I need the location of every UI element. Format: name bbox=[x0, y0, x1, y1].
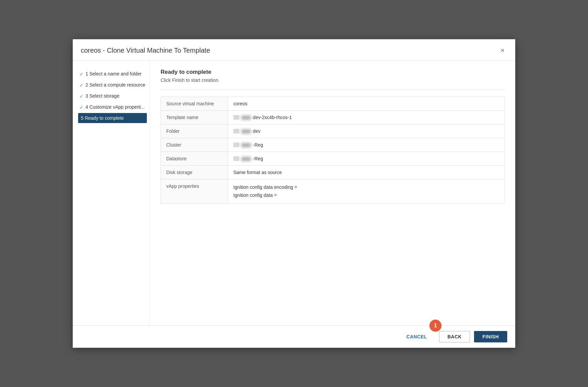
check-icon: ✓ bbox=[79, 82, 83, 88]
close-button[interactable]: × bbox=[498, 45, 507, 56]
row-label: Folder bbox=[161, 124, 228, 138]
check-icon: ✓ bbox=[79, 71, 83, 77]
row-value: ████-Reg bbox=[228, 138, 505, 152]
table-row: Source virtual machinecoreos bbox=[161, 97, 505, 111]
row-label: Cluster bbox=[161, 138, 228, 152]
table-row: Datastore████-Reg bbox=[161, 152, 505, 166]
notification-badge: 1 bbox=[429, 320, 442, 332]
cancel-button[interactable]: CANCEL bbox=[398, 331, 435, 342]
table-row: Folder████dev bbox=[161, 124, 505, 138]
row-label: Source virtual machine bbox=[161, 97, 228, 111]
dialog-title: coreos - Clone Virtual Machine To Templa… bbox=[81, 47, 210, 54]
row-value: Ignition config data encoding =Ignition … bbox=[228, 179, 505, 204]
step-label: 5 Ready to complete bbox=[81, 115, 124, 121]
dialog-body: ✓1 Select a name and folder✓2 Select a c… bbox=[73, 61, 515, 325]
step-4[interactable]: ✓4 Customize vApp properti... bbox=[78, 102, 150, 112]
dialog-footer: 1 CANCEL BACK FINISH bbox=[73, 325, 515, 348]
dialog: coreos - Clone Virtual Machine To Templa… bbox=[73, 39, 515, 348]
row-value: ████-Reg bbox=[228, 152, 505, 166]
step-1[interactable]: ✓1 Select a name and folder bbox=[78, 69, 150, 79]
step-label: 4 Customize vApp properti... bbox=[85, 104, 145, 110]
cluster-icon bbox=[233, 156, 239, 161]
summary-table: Source virtual machinecoreosTemplate nam… bbox=[161, 97, 505, 204]
row-value: ████dev-2xc4b-rhcos-1 bbox=[228, 111, 505, 124]
row-value: coreos bbox=[228, 97, 505, 111]
content-area: Ready to complete Click Finish to start … bbox=[150, 61, 515, 325]
back-button[interactable]: BACK bbox=[439, 331, 470, 342]
finish-button[interactable]: FINISH bbox=[474, 331, 507, 342]
check-icon: ✓ bbox=[79, 94, 83, 99]
section-title: Ready to complete bbox=[161, 69, 505, 75]
folder-icon bbox=[233, 129, 239, 133]
row-value: Same format as source bbox=[228, 166, 505, 179]
folder-icon bbox=[233, 115, 239, 120]
row-label: Template name bbox=[161, 111, 228, 124]
step-3[interactable]: ✓3 Select storage bbox=[78, 91, 150, 101]
step-5: 5 Ready to complete bbox=[78, 113, 147, 123]
row-label: Datastore bbox=[161, 152, 228, 166]
row-label: vApp properties bbox=[161, 179, 228, 204]
cluster-icon bbox=[233, 143, 239, 147]
step-label: 2 Select a compute resource bbox=[85, 82, 145, 88]
step-2[interactable]: ✓2 Select a compute resource bbox=[78, 80, 150, 90]
step-label: 3 Select storage bbox=[85, 93, 119, 99]
section-subtitle: Click Finish to start creation. bbox=[161, 77, 505, 83]
step-label: 1 Select a name and folder bbox=[85, 71, 141, 76]
dialog-header: coreos - Clone Virtual Machine To Templa… bbox=[73, 39, 515, 61]
check-icon: ✓ bbox=[79, 105, 83, 110]
row-label: Disk storage bbox=[161, 166, 228, 179]
table-row: vApp propertiesIgnition config data enco… bbox=[161, 179, 505, 204]
table-row: Template name████dev-2xc4b-rhcos-1 bbox=[161, 111, 505, 124]
sidebar: ✓1 Select a name and folder✓2 Select a c… bbox=[73, 61, 150, 325]
content-divider bbox=[161, 90, 505, 90]
row-value: ████dev bbox=[228, 124, 505, 138]
table-row: Disk storageSame format as source bbox=[161, 166, 505, 179]
table-row: Cluster████-Reg bbox=[161, 138, 505, 152]
